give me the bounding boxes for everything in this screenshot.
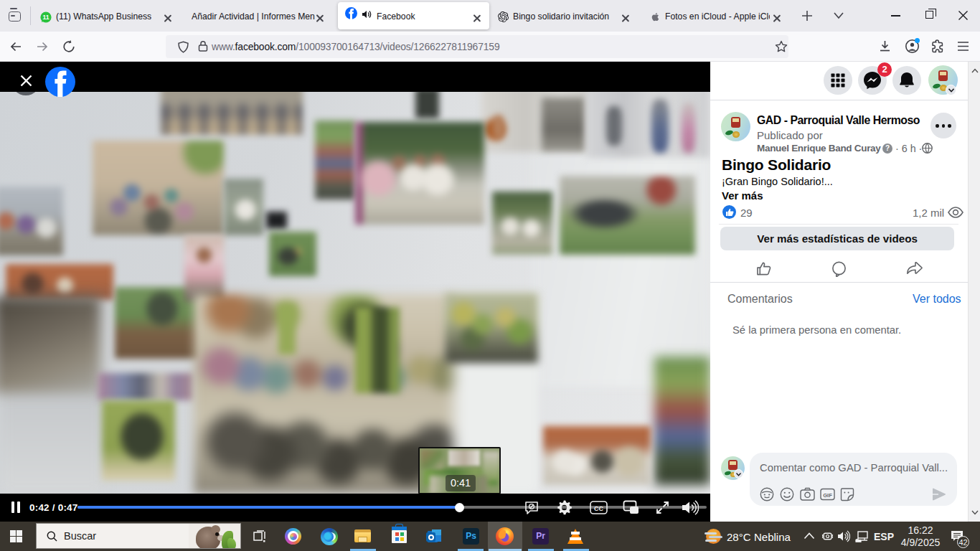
svg-text:CC: CC [594, 505, 603, 512]
svg-text:11: 11 [42, 14, 49, 21]
svg-text:GIF: GIF [823, 492, 832, 499]
